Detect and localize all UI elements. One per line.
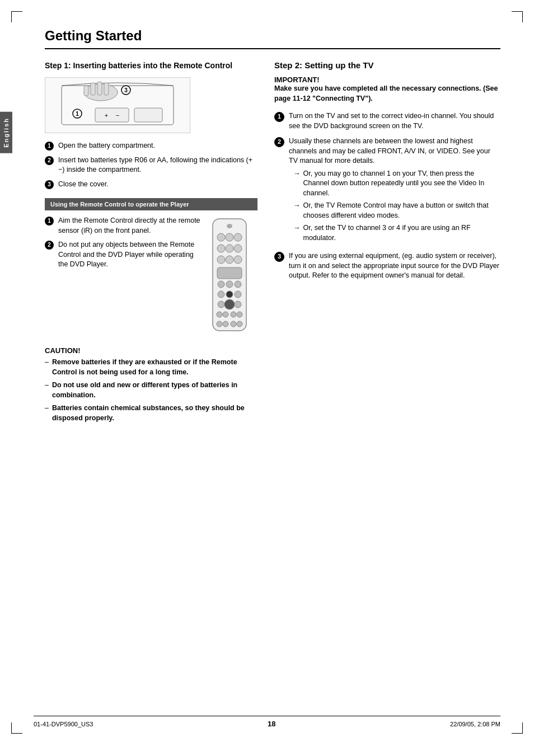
step2-arrow-1: → Or, you may go to channel 1 on your TV… xyxy=(293,169,500,199)
svg-rect-4 xyxy=(97,82,102,95)
page-wrapper: English Getting Started Step 1: Insertin… xyxy=(0,0,534,756)
step1-num-1: 1 xyxy=(45,142,54,151)
svg-text:+: + xyxy=(105,112,108,119)
important-box: IMPORTANT! Make sure you have completed … xyxy=(274,76,500,104)
svg-text:−: − xyxy=(116,112,119,119)
svg-point-39 xyxy=(217,321,222,327)
svg-point-32 xyxy=(218,301,224,308)
svg-point-36 xyxy=(223,312,228,317)
svg-text:3: 3 xyxy=(124,87,128,93)
svg-text:1: 1 xyxy=(76,111,79,117)
caution-item-1: – Remove batteries if they are exhausted… xyxy=(45,358,257,377)
step2-num-3: 3 xyxy=(274,252,284,262)
caution-dash-2: – xyxy=(45,381,49,400)
remote-image xyxy=(207,216,257,335)
caution-item-2: – Do not use old and new or different ty… xyxy=(45,381,257,400)
important-body: Make sure you have completed all the nec… xyxy=(274,84,500,104)
remote-item-2: 2 Do not put any objects between the Rem… xyxy=(45,240,202,270)
step2-item-2: 2 Usually these channels are between the… xyxy=(274,137,500,246)
step1-item-3: 3 Close the cover. xyxy=(45,180,257,190)
important-title: IMPORTANT! xyxy=(274,76,500,84)
side-tab: English xyxy=(0,112,12,153)
svg-point-42 xyxy=(237,321,242,327)
svg-rect-3 xyxy=(91,83,95,95)
remote-svg xyxy=(207,216,252,334)
svg-point-34 xyxy=(235,301,241,308)
svg-rect-2 xyxy=(84,86,88,96)
battery-illustration: 3 1 + − xyxy=(50,80,185,130)
step2-item-3: 3 If you are using external equipment, (… xyxy=(274,251,500,281)
svg-point-22 xyxy=(217,256,225,264)
page-footer: 01-41-DVP5900_US3 18 22/09/05, 2:08 PM xyxy=(34,716,500,728)
svg-rect-10 xyxy=(95,108,129,122)
svg-point-30 xyxy=(226,291,233,298)
svg-point-21 xyxy=(234,245,242,252)
svg-point-38 xyxy=(237,312,242,317)
svg-point-18 xyxy=(234,233,242,241)
svg-point-24 xyxy=(234,256,242,264)
svg-rect-5 xyxy=(104,83,109,95)
footer-left: 01-41-DVP5900_US3 xyxy=(34,721,93,727)
svg-point-35 xyxy=(217,312,222,317)
remote-section: Using the Remote Control to operate the … xyxy=(45,198,257,335)
arrow-icon-1: → xyxy=(293,169,301,179)
svg-point-23 xyxy=(226,256,233,264)
svg-point-17 xyxy=(226,233,233,241)
svg-point-37 xyxy=(231,312,236,317)
caution-item-3: – Batteries contain chemical substances,… xyxy=(45,403,257,423)
step1-num-3: 3 xyxy=(45,180,54,189)
remote-text: 1 Aim the Remote Control directly at the… xyxy=(45,216,202,274)
step2-item-1: 1 Turn on the TV and set to the correct … xyxy=(274,111,500,131)
step1-header: Step 1: Inserting batteries into the Rem… xyxy=(45,60,257,71)
svg-point-19 xyxy=(217,245,225,252)
battery-image: 3 1 + − xyxy=(45,77,190,133)
step2-header: Step 2: Setting up the TV xyxy=(274,60,500,70)
corner-tl xyxy=(11,11,22,22)
remote-content: 1 Aim the Remote Control directly at the… xyxy=(45,216,257,335)
svg-point-16 xyxy=(217,233,225,241)
remote-num-1: 1 xyxy=(45,217,54,226)
page-title: Getting Started xyxy=(45,28,500,49)
step1-item-2: 2 Insert two batteries type R06 or AA, f… xyxy=(45,156,257,175)
svg-point-27 xyxy=(226,281,233,288)
svg-rect-11 xyxy=(134,108,162,122)
remote-num-2: 2 xyxy=(45,241,54,250)
left-column: Step 1: Inserting batteries into the Rem… xyxy=(45,60,257,426)
step2-arrow-3: → Or, set the TV to channel 3 or 4 if yo… xyxy=(293,223,500,243)
caution-dash-1: – xyxy=(45,358,49,377)
step1-items: 1 Open the battery compartment. 2 Insert… xyxy=(45,141,257,189)
corner-tr xyxy=(512,11,523,22)
svg-point-29 xyxy=(218,291,224,298)
step2-num-1: 1 xyxy=(274,112,284,122)
caution-title: CAUTION! xyxy=(45,346,257,355)
remote-item-1: 1 Aim the Remote Control directly at the… xyxy=(45,216,202,236)
caution-dash-3: – xyxy=(45,403,49,423)
arrow-icon-2: → xyxy=(293,201,301,211)
right-column: Step 2: Setting up the TV IMPORTANT! Mak… xyxy=(274,60,500,426)
svg-point-26 xyxy=(218,281,224,288)
step2-arrow-2: → Or, the TV Remote Control may have a b… xyxy=(293,201,500,220)
step2-num-2: 2 xyxy=(274,137,284,147)
step1-num-2: 2 xyxy=(45,156,54,165)
svg-point-40 xyxy=(223,321,228,327)
svg-point-20 xyxy=(226,245,233,252)
svg-rect-25 xyxy=(217,267,242,279)
svg-point-33 xyxy=(224,299,235,309)
svg-point-28 xyxy=(235,281,241,288)
caution-section: CAUTION! – Remove batteries if they are … xyxy=(45,346,257,423)
footer-center: 18 xyxy=(268,720,275,728)
corner-br xyxy=(512,722,523,734)
svg-point-41 xyxy=(231,321,236,327)
arrow-icon-3: → xyxy=(293,223,301,233)
svg-point-15 xyxy=(227,224,232,228)
step1-item-1: 1 Open the battery compartment. xyxy=(45,141,257,151)
remote-header: Using the Remote Control to operate the … xyxy=(45,198,257,210)
content-columns: Step 1: Inserting batteries into the Rem… xyxy=(45,60,500,426)
svg-point-31 xyxy=(235,291,241,298)
footer-right: 22/09/05, 2:08 PM xyxy=(450,721,500,727)
corner-bl xyxy=(11,722,22,734)
